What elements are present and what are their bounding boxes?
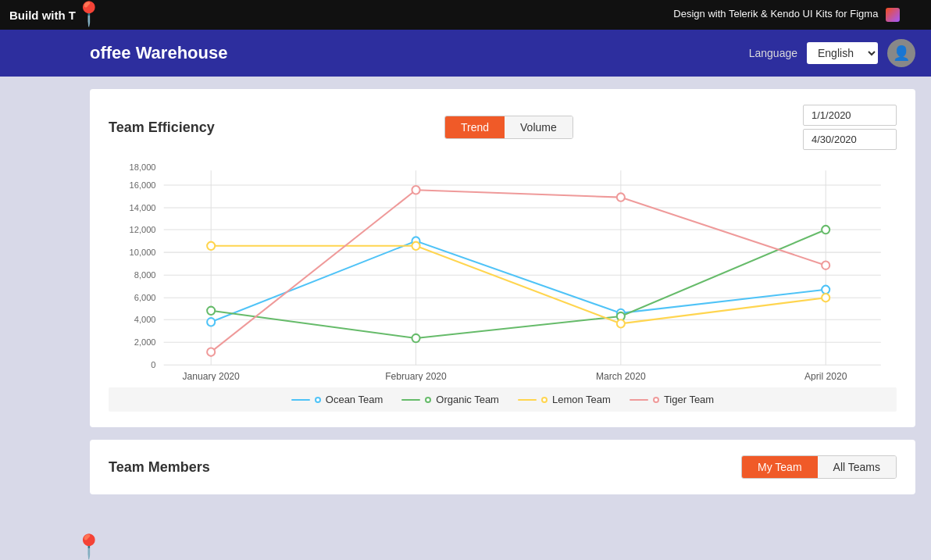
- trend-button[interactable]: Trend: [445, 116, 505, 138]
- svg-point-41: [617, 193, 625, 201]
- svg-point-38: [822, 294, 829, 301]
- main-content: Team Efficiency Trend Volume: [0, 77, 931, 560]
- card-header-efficiency: Team Efficiency Trend Volume: [109, 105, 897, 150]
- language-label: Language: [749, 47, 797, 59]
- my-team-button[interactable]: My Team: [742, 456, 818, 478]
- app-title: offee Warehouse: [90, 43, 227, 63]
- legend-ocean-team: Ocean Team: [291, 394, 383, 405]
- date-to-input[interactable]: [803, 129, 897, 150]
- chart-legend: Ocean Team Organic Team Lemon Team Tiger…: [109, 387, 897, 412]
- svg-point-42: [822, 262, 829, 269]
- legend-lemon-dot: [541, 397, 548, 403]
- all-teams-button[interactable]: All Teams: [818, 456, 896, 478]
- svg-text:18,000: 18,000: [130, 162, 156, 172]
- legend-tiger-label: Tiger Team: [664, 394, 714, 405]
- team-members-title: Team Members: [109, 459, 210, 476]
- svg-point-37: [617, 319, 625, 327]
- legend-lemon-team: Lemon Team: [518, 394, 611, 405]
- language-select[interactable]: English Spanish French German: [807, 42, 878, 64]
- svg-point-30: [822, 286, 829, 294]
- legend-organic-dot: [425, 397, 431, 403]
- svg-text:14,000: 14,000: [130, 203, 156, 212]
- svg-point-39: [207, 348, 215, 355]
- svg-text:12,000: 12,000: [130, 225, 156, 234]
- svg-point-31: [207, 307, 215, 315]
- team-efficiency-title: Team Efficiency: [109, 119, 215, 136]
- legend-lemon-line: [518, 399, 537, 401]
- figma-icon: [886, 8, 900, 22]
- svg-text:16,000: 16,000: [130, 180, 156, 190]
- chart-svg: 0 2,000 4,000 6,000 8,000 10,000 12,000 …: [109, 162, 897, 381]
- team-members-card: Team Members My Team All Teams: [90, 440, 915, 494]
- svg-text:8,000: 8,000: [134, 270, 156, 280]
- legend-organic-label: Organic Team: [436, 394, 499, 405]
- legend-organic-line: [401, 399, 420, 401]
- legend-tiger-line: [630, 399, 648, 401]
- svg-point-34: [822, 226, 829, 234]
- svg-point-32: [412, 334, 419, 342]
- legend-organic-team: Organic Team: [401, 394, 499, 405]
- line-chart: 0 2,000 4,000 6,000 8,000 10,000 12,000 …: [109, 162, 897, 381]
- svg-point-36: [412, 242, 419, 250]
- card-header-members: Team Members My Team All Teams: [109, 455, 897, 479]
- svg-text:April 2020: April 2020: [804, 371, 847, 381]
- svg-text:January 2020: January 2020: [183, 371, 240, 381]
- svg-text:February 2020: February 2020: [385, 371, 447, 381]
- legend-ocean-label: Ocean Team: [326, 394, 383, 405]
- svg-text:March 2020: March 2020: [596, 371, 646, 381]
- team-efficiency-card: Team Efficiency Trend Volume: [90, 89, 915, 427]
- trend-volume-toggle: Trend Volume: [444, 116, 573, 139]
- app-header: offee Warehouse Language English Spanish…: [0, 30, 931, 77]
- map-pin-top-icon: 📍: [74, 0, 103, 27]
- svg-point-40: [412, 186, 419, 194]
- legend-ocean-dot: [315, 397, 321, 403]
- legend-tiger-team: Tiger Team: [630, 394, 714, 405]
- legend-lemon-label: Lemon Team: [552, 394, 611, 405]
- volume-button[interactable]: Volume: [505, 116, 573, 138]
- promo-text: Design with Telerik & Kendo UI Kits for …: [673, 8, 900, 22]
- avatar[interactable]: 👤: [887, 39, 915, 67]
- top-banner: Build with T Design with Telerik & Kendo…: [0, 0, 931, 30]
- svg-text:10,000: 10,000: [130, 248, 156, 257]
- svg-text:4,000: 4,000: [134, 315, 156, 324]
- map-pin-bottom-icon: 📍: [74, 533, 103, 560]
- my-team-all-teams-toggle: My Team All Teams: [741, 455, 897, 479]
- build-with-text: Build with T: [9, 9, 76, 22]
- date-from-input[interactable]: [803, 105, 897, 126]
- legend-tiger-dot: [653, 397, 659, 403]
- svg-point-27: [207, 318, 215, 326]
- svg-text:6,000: 6,000: [134, 293, 156, 302]
- svg-point-35: [207, 242, 215, 250]
- svg-text:2,000: 2,000: [134, 337, 156, 347]
- header-right: Language English Spanish French German 👤: [749, 39, 915, 67]
- legend-ocean-line: [291, 399, 310, 401]
- date-range: [803, 105, 897, 150]
- svg-text:0: 0: [151, 360, 155, 369]
